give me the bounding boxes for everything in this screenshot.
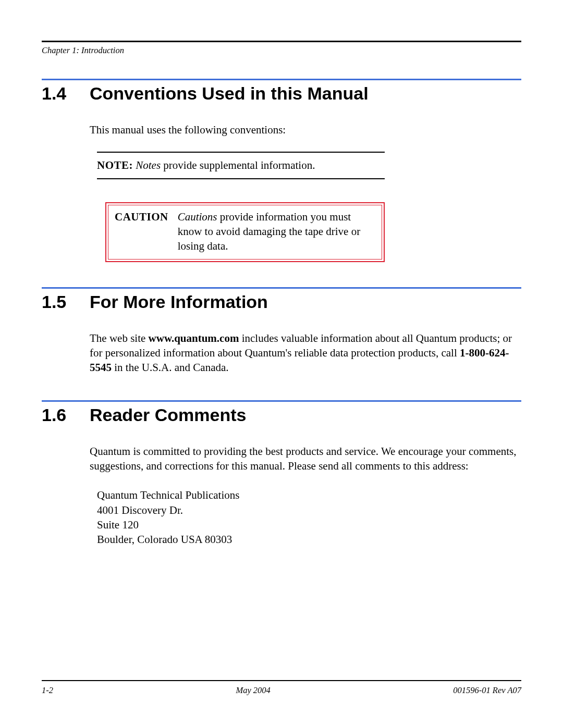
top-rule <box>42 41 521 42</box>
footer-date: May 2004 <box>236 685 270 696</box>
section-title: Conventions Used in this Manual <box>90 83 521 104</box>
section-title: For More Information <box>90 292 521 312</box>
section-body: This manual uses the following conventio… <box>90 122 521 262</box>
note-text: provide supplemental information. <box>161 159 315 171</box>
section-1-6: 1.6 Reader Comments Quantum is committed… <box>42 400 521 547</box>
section-1-4: 1.4 Conventions Used in this Manual This… <box>42 79 521 262</box>
text: The web site <box>90 332 149 344</box>
note-box: NOTE: Notes provide supplemental informa… <box>97 152 385 179</box>
section-heading: 1.5 For More Information <box>42 292 521 312</box>
document-page: Chapter 1: Introduction 1.4 Conventions … <box>0 0 563 728</box>
section-number: 1.5 <box>42 292 90 312</box>
section-heading: 1.4 Conventions Used in this Manual <box>42 83 521 104</box>
address-block: Quantum Technical Publications 4001 Disc… <box>97 488 521 547</box>
address-line: 4001 Discovery Dr. <box>97 503 521 517</box>
note-bottom-rule <box>97 178 385 179</box>
caution-box: CAUTION Cautions provide information you… <box>105 202 385 262</box>
section-rule <box>42 79 521 80</box>
footer-page-number: 1-2 <box>42 685 53 696</box>
section-number: 1.6 <box>42 405 90 425</box>
address-line: Quantum Technical Publications <box>97 488 521 502</box>
note-content: NOTE: Notes provide supplemental informa… <box>97 153 385 178</box>
paragraph: Quantum is committed to providing the be… <box>90 444 521 474</box>
website: www.quantum.com <box>149 332 239 344</box>
caution-label: CAUTION <box>115 209 178 254</box>
caution-text: Cautions provide information you must kn… <box>178 209 375 254</box>
section-rule <box>42 287 521 289</box>
chapter-header: Chapter 1: Introduction <box>42 45 521 56</box>
paragraph: This manual uses the following conventio… <box>90 122 521 137</box>
text: in the U.S.A. and Canada. <box>112 361 229 374</box>
section-1-5: 1.5 For More Information The web site ww… <box>42 287 521 375</box>
caution-em: Cautions <box>178 211 217 223</box>
section-body: Quantum is committed to providing the be… <box>90 444 521 547</box>
section-heading: 1.6 Reader Comments <box>42 405 521 425</box>
caution-inner: CAUTION Cautions provide information you… <box>108 205 382 260</box>
section-number: 1.4 <box>42 83 90 104</box>
address-line: Suite 120 <box>97 517 521 532</box>
paragraph: The web site www.quantum.com includes va… <box>90 331 521 375</box>
note-label: NOTE: <box>97 159 133 171</box>
note-em: Notes <box>136 159 161 171</box>
section-rule <box>42 400 521 402</box>
section-body: The web site www.quantum.com includes va… <box>90 331 521 375</box>
address-line: Boulder, Colorado USA 80303 <box>97 532 521 547</box>
footer-doc-rev: 001596-01 Rev A07 <box>453 685 521 696</box>
footer-row: 1-2 May 2004 001596-01 Rev A07 <box>42 685 521 696</box>
section-title: Reader Comments <box>90 405 521 425</box>
page-footer: 1-2 May 2004 001596-01 Rev A07 <box>42 680 521 696</box>
footer-rule <box>42 680 521 681</box>
